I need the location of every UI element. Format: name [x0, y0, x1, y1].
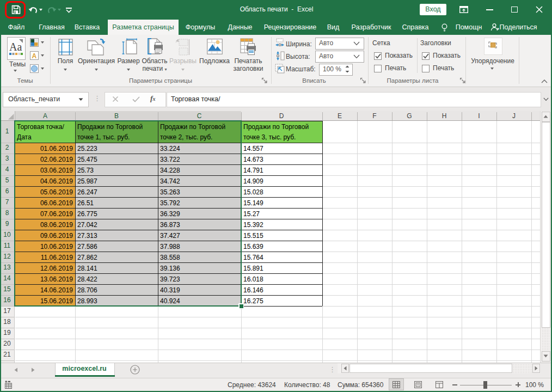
svg-text:A: A — [32, 52, 37, 60]
svg-text:Aa: Aa — [9, 41, 22, 53]
